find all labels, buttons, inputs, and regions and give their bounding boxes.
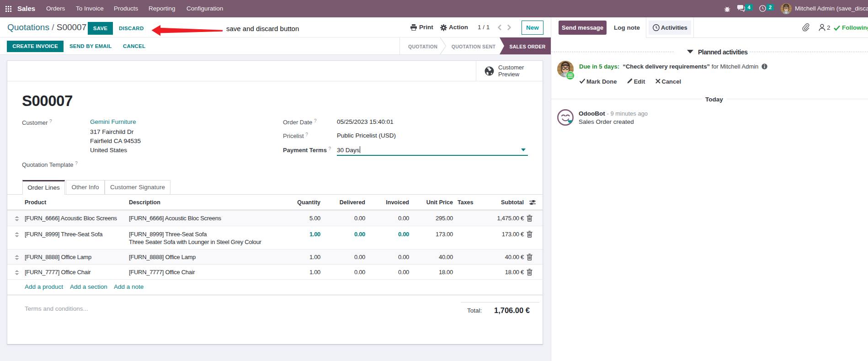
svg-text:QUOTATION SENT: QUOTATION SENT xyxy=(452,44,496,49)
svg-text:SALES ORDER: SALES ORDER xyxy=(509,44,545,49)
svg-text:QUOTATION: QUOTATION xyxy=(408,44,437,49)
